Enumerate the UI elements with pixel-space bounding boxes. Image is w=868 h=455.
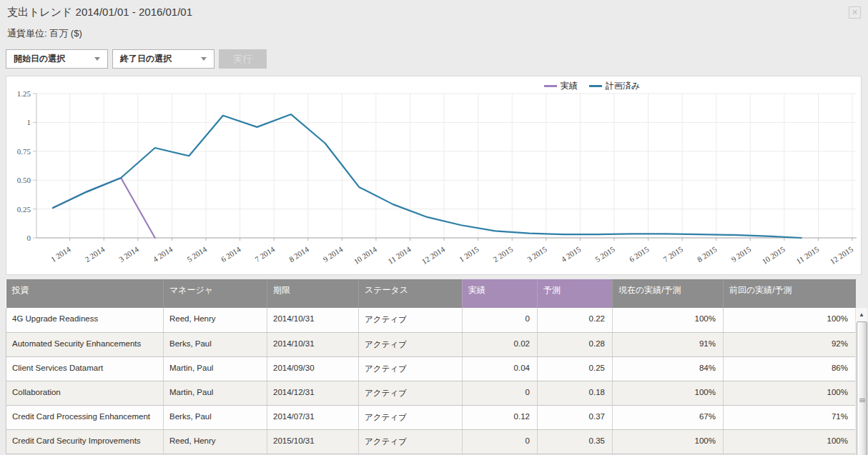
svg-text:12 2014: 12 2014 bbox=[420, 244, 447, 266]
page-title: 支出トレンド 2014/01/01 - 2016/01/01 bbox=[7, 6, 192, 19]
cell: 4G Upgrade Readiness bbox=[6, 308, 164, 332]
svg-text:6 2015: 6 2015 bbox=[628, 244, 651, 264]
table-scrollbar[interactable]: ▲ bbox=[855, 308, 867, 455]
svg-text:1: 1 bbox=[27, 118, 31, 126]
cell: 2014/10/31 bbox=[267, 308, 359, 332]
legend-item-0[interactable]: 実績 bbox=[544, 80, 578, 92]
column-header-3[interactable]: ステータス bbox=[359, 279, 463, 308]
end-date-dropdown-label: 終了日の選択 bbox=[120, 53, 172, 65]
table-row[interactable]: CollaborationMartin, Paul2014/12/31アクティブ… bbox=[6, 381, 856, 405]
table-row[interactable]: Credit Card Processing EnhancementBerks,… bbox=[6, 405, 856, 429]
legend-swatch-icon bbox=[589, 85, 602, 87]
svg-text:10 2015: 10 2015 bbox=[760, 244, 786, 266]
cell: 92% bbox=[724, 332, 856, 356]
svg-text:6 2014: 6 2014 bbox=[220, 244, 242, 264]
column-header-5[interactable]: 予測 bbox=[538, 279, 613, 308]
svg-text:0.75: 0.75 bbox=[17, 147, 31, 156]
svg-text:3 2014: 3 2014 bbox=[117, 244, 140, 264]
table-row[interactable]: Credit Card Security ImprovementsReed, H… bbox=[6, 429, 856, 454]
cell: 0 bbox=[463, 308, 538, 332]
svg-text:11 2015: 11 2015 bbox=[794, 244, 821, 266]
cell: アクティブ bbox=[359, 308, 463, 332]
legend-item-1[interactable]: 計画済み bbox=[589, 80, 640, 92]
chevron-down-icon bbox=[94, 57, 100, 61]
cell: 0.37 bbox=[538, 405, 613, 429]
start-date-dropdown[interactable]: 開始日の選択 bbox=[6, 49, 108, 69]
cell: 71% bbox=[724, 405, 856, 429]
column-header-1[interactable]: マネージャ bbox=[164, 279, 267, 308]
cell: 84% bbox=[613, 356, 724, 381]
cell: アクティブ bbox=[359, 332, 463, 356]
scrollbar-thumb[interactable] bbox=[857, 321, 867, 455]
cell: Credit Card Processing Enhancement bbox=[6, 405, 164, 429]
scroll-up-icon[interactable]: ▲ bbox=[857, 309, 867, 320]
investments-table: 投資マネージャ期限ステータス実績予測現在の実績/予測前回の実績/予測 4G Up… bbox=[6, 279, 856, 454]
svg-text:2 2015: 2 2015 bbox=[491, 244, 514, 264]
cell: アクティブ bbox=[359, 429, 463, 454]
cell: 100% bbox=[613, 381, 724, 405]
column-header-0[interactable]: 投資 bbox=[6, 279, 164, 308]
svg-text:4 2014: 4 2014 bbox=[152, 244, 174, 264]
svg-text:4 2015: 4 2015 bbox=[560, 244, 583, 264]
column-header-7[interactable]: 前回の実績/予測 bbox=[724, 279, 856, 308]
svg-text:0: 0 bbox=[27, 234, 31, 242]
cell: 0 bbox=[463, 429, 538, 454]
svg-text:2 2014: 2 2014 bbox=[83, 244, 106, 264]
cell: 0 bbox=[463, 381, 538, 405]
svg-text:3 2015: 3 2015 bbox=[526, 244, 548, 264]
svg-text:0.50: 0.50 bbox=[17, 176, 31, 184]
column-header-6[interactable]: 現在の実績/予測 bbox=[613, 279, 724, 308]
cell: 0.04 bbox=[463, 356, 538, 381]
svg-text:9 2014: 9 2014 bbox=[322, 244, 345, 264]
cell: 2014/09/30 bbox=[267, 356, 359, 381]
cell: 0.28 bbox=[538, 332, 613, 356]
close-icon[interactable]: ✕ bbox=[849, 6, 861, 19]
cell: Client Services Datamart bbox=[6, 356, 164, 381]
svg-text:7 2014: 7 2014 bbox=[253, 244, 276, 264]
cell: アクティブ bbox=[359, 381, 463, 405]
cell: 67% bbox=[613, 405, 724, 429]
cell: 2014/10/31 bbox=[267, 332, 359, 356]
svg-text:8 2014: 8 2014 bbox=[287, 244, 310, 264]
cell: 100% bbox=[724, 381, 856, 405]
end-date-dropdown[interactable]: 終了日の選択 bbox=[112, 49, 214, 69]
cell: Reed, Henry bbox=[164, 308, 267, 332]
run-button[interactable]: 実行 bbox=[219, 49, 267, 69]
chevron-down-icon bbox=[201, 57, 207, 61]
svg-text:7 2015: 7 2015 bbox=[661, 244, 684, 264]
table-row[interactable]: 4G Upgrade ReadinessReed, Henry2014/10/3… bbox=[6, 308, 856, 332]
svg-text:12 2015: 12 2015 bbox=[829, 244, 855, 266]
table-row[interactable]: Client Services DatamartMartin, Paul2014… bbox=[6, 356, 856, 381]
svg-text:1.25: 1.25 bbox=[17, 89, 31, 98]
svg-text:10 2014: 10 2014 bbox=[352, 244, 378, 266]
start-date-dropdown-label: 開始日の選択 bbox=[14, 53, 65, 65]
spend-trend-chart-panel: 実績計画済み 00.250.500.7511.251 20142 20143 2… bbox=[6, 76, 862, 275]
cell: 0.22 bbox=[538, 308, 613, 332]
cell: 91% bbox=[613, 332, 724, 356]
cell: 100% bbox=[724, 308, 856, 332]
cell: アクティブ bbox=[359, 356, 463, 381]
svg-text:5 2015: 5 2015 bbox=[593, 244, 616, 264]
svg-text:1 2015: 1 2015 bbox=[458, 244, 480, 264]
cell: 100% bbox=[613, 308, 724, 332]
cell: Berks, Paul bbox=[164, 405, 267, 429]
cell: Credit Card Security Improvements bbox=[6, 429, 164, 454]
spend-trend-chart: 00.250.500.7511.251 20142 20143 20144 20… bbox=[6, 76, 859, 273]
cell: Martin, Paul bbox=[164, 381, 267, 405]
column-header-4[interactable]: 実績 bbox=[463, 279, 538, 308]
spend-trend-window: 支出トレンド 2014/01/01 - 2016/01/01 ✕ 通貨単位: 百… bbox=[0, 0, 868, 455]
column-header-2[interactable]: 期限 bbox=[267, 279, 359, 308]
chart-legend: 実績計画済み bbox=[544, 80, 640, 92]
legend-label: 計画済み bbox=[606, 80, 640, 92]
legend-label: 実績 bbox=[561, 80, 578, 92]
table-row[interactable]: Automated Security EnhancementsBerks, Pa… bbox=[6, 332, 856, 356]
cell: 0.25 bbox=[538, 356, 613, 381]
table-body: 4G Upgrade ReadinessReed, Henry2014/10/3… bbox=[6, 308, 856, 454]
cell: Berks, Paul bbox=[164, 332, 267, 356]
cell: 2014/07/31 bbox=[267, 405, 359, 429]
cell: 0.12 bbox=[463, 405, 538, 429]
cell: 0.35 bbox=[538, 429, 613, 454]
investments-table-wrap: 投資マネージャ期限ステータス実績予測現在の実績/予測前回の実績/予測 4G Up… bbox=[6, 279, 856, 454]
cell: 0.18 bbox=[538, 381, 613, 405]
svg-text:9 2015: 9 2015 bbox=[729, 244, 752, 264]
